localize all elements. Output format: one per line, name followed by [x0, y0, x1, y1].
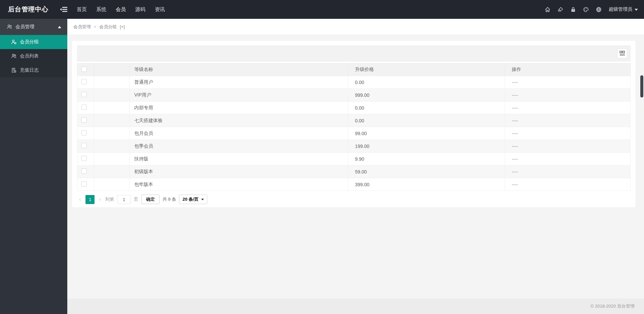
upgrade-price-cell: 9.90: [348, 153, 505, 165]
page-footer: © 2018-2020 后台管理: [67, 299, 644, 314]
row-checkbox[interactable]: [81, 117, 87, 123]
row-spacer-cell: [94, 89, 130, 102]
lock-icon[interactable]: [570, 7, 576, 12]
level-name-cell: 包季会员: [130, 140, 348, 153]
sidebar-item-member-list[interactable]: 会员列表: [0, 49, 67, 63]
row-checkbox[interactable]: [81, 181, 87, 187]
row-checkbox-cell: [77, 114, 94, 127]
level-name-cell: 扶持版: [130, 153, 348, 165]
top-navbar: 后台管理中心 首页 系统 会员 源码 资讯: [0, 0, 644, 19]
columns-icon: [619, 50, 625, 56]
row-checkbox[interactable]: [81, 105, 87, 110]
user-list-icon: [11, 53, 16, 59]
sidebar-group-label: 会员管理: [15, 24, 34, 30]
prev-page-button[interactable]: ‹: [78, 196, 82, 202]
table-row: 包月会员 99.00 ----: [77, 127, 631, 140]
row-spacer-cell: [94, 178, 130, 191]
sidebar-item-label: 会员列表: [20, 53, 39, 59]
upgrade-price-cell: 999.00: [348, 89, 505, 102]
user-group-icon: [11, 39, 16, 45]
breadcrumb-separator: >: [94, 25, 96, 29]
total-count-label: 共 9 条: [163, 196, 176, 202]
nav-item-member[interactable]: 会员: [111, 0, 131, 19]
breadcrumb-expand[interactable]: [+]: [120, 24, 125, 29]
table-row: 普通用户 0.00 ----: [77, 76, 631, 89]
level-name-cell: 七天搭建体验: [130, 114, 348, 127]
row-checkbox[interactable]: [81, 92, 87, 97]
sidebar-item-recharge-log[interactable]: 充值日志: [0, 63, 67, 77]
nav-item-system[interactable]: 系统: [92, 0, 111, 19]
level-name-cell: 包月会员: [130, 127, 348, 140]
goto-label: 到第: [105, 196, 114, 202]
row-checkbox-cell: [77, 127, 94, 140]
row-checkbox-cell: [77, 153, 94, 165]
globe-icon[interactable]: [596, 7, 602, 12]
header-upgrade-price: 升级价格: [348, 64, 505, 76]
confirm-page-button[interactable]: 确定: [141, 195, 159, 204]
breadcrumb-root[interactable]: 会员管理: [73, 24, 91, 30]
sidebar-item-label: 充值日志: [20, 67, 39, 73]
upgrade-price-cell: 99.00: [348, 127, 505, 140]
caret-down-icon: [201, 199, 204, 202]
row-checkbox-cell: [77, 89, 94, 102]
navbar-right-tools: 超级管理员: [545, 6, 644, 12]
row-checkbox-cell: [77, 165, 94, 178]
brush-icon[interactable]: [558, 7, 563, 12]
nav-item-news[interactable]: 资讯: [150, 0, 170, 19]
operation-cell: ----: [505, 127, 631, 140]
operation-cell: ----: [505, 102, 631, 114]
home-icon[interactable]: [545, 7, 550, 12]
sidebar: 会员管理 会员分组 会员列表: [0, 19, 67, 314]
sidebar-group-member-management[interactable]: 会员管理: [0, 19, 67, 35]
sidebar-toggle-icon[interactable]: [60, 6, 68, 12]
row-checkbox-cell: [77, 178, 94, 191]
level-name-cell: 内部专用: [130, 102, 348, 114]
sidebar-item-label: 会员分组: [20, 39, 39, 45]
copyright-text: © 2018-2020 后台管理: [591, 303, 635, 309]
row-spacer-cell: [94, 76, 130, 89]
table-row: VIP用户 999.00 ----: [77, 89, 631, 102]
row-spacer-cell: [94, 114, 130, 127]
page-scrollbar-thumb[interactable]: [640, 75, 643, 97]
users-icon: [7, 24, 12, 30]
table-row: 初级版本 59.00 ----: [77, 165, 631, 178]
operation-cell: ----: [505, 76, 631, 89]
operation-cell: ----: [505, 178, 631, 191]
table-row: 七天搭建体验 0.00 ----: [77, 114, 631, 127]
row-spacer-cell: [94, 153, 130, 165]
user-menu[interactable]: 超级管理员: [609, 6, 638, 12]
pagination: ‹ 1 › 到第 页 确定 共 9 条 20 条/页: [77, 195, 631, 204]
breadcrumb-current[interactable]: 会员分组: [99, 24, 117, 30]
level-name-cell: 初级版本: [130, 165, 348, 178]
row-checkbox[interactable]: [81, 156, 87, 161]
table-row: 内部专用 0.00 ----: [77, 102, 631, 114]
palette-icon[interactable]: [583, 7, 589, 12]
page-jump-input[interactable]: [117, 195, 131, 204]
select-all-checkbox[interactable]: [81, 67, 87, 72]
row-checkbox-cell: [77, 102, 94, 114]
page-size-select[interactable]: 20 条/页: [179, 195, 207, 204]
upgrade-price-cell: 59.00: [348, 165, 505, 178]
top-nav-menu: 首页 系统 会员 源码 资讯: [72, 0, 170, 19]
row-spacer-cell: [94, 165, 130, 178]
row-checkbox[interactable]: [81, 168, 87, 174]
row-checkbox-cell: [77, 76, 94, 89]
table-columns-button[interactable]: [617, 48, 627, 58]
row-checkbox[interactable]: [81, 130, 87, 135]
table-row: 扶持版 9.90 ----: [77, 153, 631, 165]
row-spacer-cell: [94, 140, 130, 153]
row-checkbox[interactable]: [81, 79, 87, 84]
row-spacer-cell: [94, 127, 130, 140]
nav-item-source[interactable]: 源码: [131, 0, 150, 19]
operation-cell: ----: [505, 140, 631, 153]
current-page-button[interactable]: 1: [85, 195, 95, 204]
row-spacer-cell: [94, 102, 130, 114]
next-page-button[interactable]: ›: [98, 196, 102, 202]
table-header-row: 等级名称 升级价格 操作: [77, 64, 631, 76]
header-spacer-cell: [94, 64, 130, 76]
nav-item-home[interactable]: 首页: [72, 0, 92, 19]
sidebar-item-member-groups[interactable]: 会员分组: [0, 35, 67, 49]
row-checkbox[interactable]: [81, 143, 87, 148]
breadcrumb: 会员管理 > 会员分组 [+]: [67, 19, 644, 35]
user-name: 超级管理员: [609, 6, 632, 12]
